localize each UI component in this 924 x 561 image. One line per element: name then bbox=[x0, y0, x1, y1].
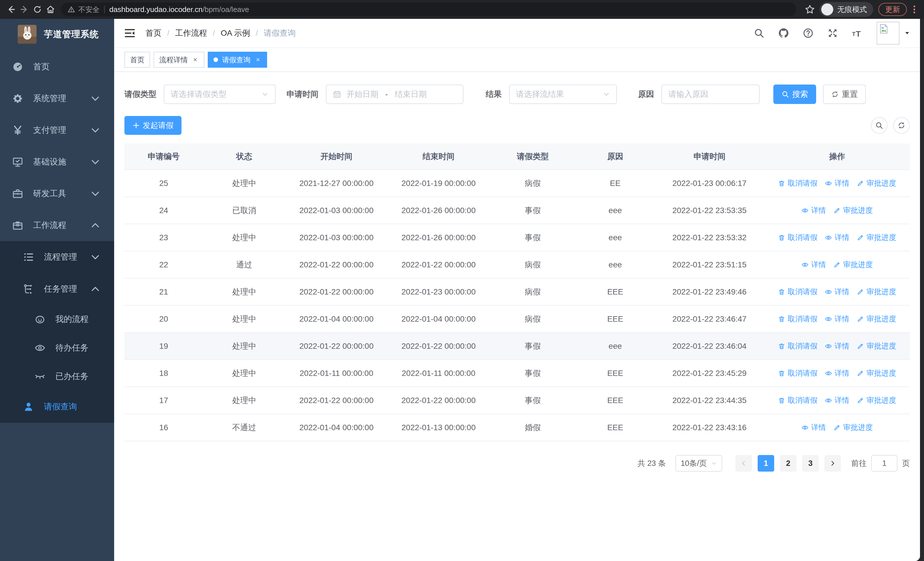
sidebar-item-process-management[interactable]: 流程管理 bbox=[0, 241, 114, 273]
cancel-leave-link[interactable]: 取消请假 bbox=[778, 287, 817, 297]
fullscreen-icon[interactable] bbox=[827, 27, 838, 39]
avatar[interactable] bbox=[877, 22, 900, 45]
font-size-icon[interactable]: TT bbox=[852, 27, 863, 39]
sidebar-item-leave-query[interactable]: 请假查询 bbox=[0, 391, 114, 423]
bookmark-star-icon[interactable] bbox=[804, 4, 816, 15]
tab-leave-query[interactable]: 请假查询× bbox=[208, 52, 267, 68]
cell-start: 2022-01-03 00:00:00 bbox=[285, 197, 387, 224]
prev-page-button[interactable] bbox=[735, 455, 752, 472]
breadcrumb-item[interactable]: 工作流程 bbox=[175, 28, 207, 39]
cell-status: 处理中 bbox=[203, 332, 285, 359]
sidebar-item-payment-management[interactable]: 支付管理 bbox=[0, 114, 114, 146]
reset-button[interactable]: 重置 bbox=[823, 84, 866, 104]
detail-link[interactable]: 详情 bbox=[801, 205, 826, 215]
cell-id: 21 bbox=[124, 278, 203, 305]
cancel-leave-link[interactable]: 取消请假 bbox=[778, 341, 817, 351]
sidebar-item-infrastructure[interactable]: 基础设施 bbox=[0, 146, 114, 177]
approval-progress-link[interactable]: 审批进度 bbox=[856, 341, 896, 351]
cancel-leave-link[interactable]: 取消请假 bbox=[778, 314, 817, 324]
detail-link[interactable]: 详情 bbox=[825, 178, 849, 188]
sidebar-item-system-management[interactable]: 系统管理 bbox=[0, 83, 114, 114]
chevron-down-icon bbox=[90, 188, 101, 199]
browser-home-button[interactable] bbox=[44, 3, 57, 16]
browser-menu-icon[interactable] bbox=[909, 4, 920, 15]
detail-link[interactable]: 详情 bbox=[825, 287, 849, 297]
page-button-2[interactable]: 2 bbox=[780, 455, 796, 472]
page-button-3[interactable]: 3 bbox=[802, 455, 819, 472]
table-row: 25处理中2021-12-27 00:00:002022-01-19 00:00… bbox=[124, 170, 910, 197]
sidebar-logo[interactable]: 芋道管理系统 bbox=[0, 19, 114, 50]
url-host: dashboard.yudao.iocoder.cn bbox=[109, 5, 202, 14]
approval-progress-link[interactable]: 审批进度 bbox=[856, 287, 896, 297]
cancel-leave-link[interactable]: 取消请假 bbox=[778, 233, 817, 242]
page-size-select[interactable]: 10条/页 bbox=[675, 455, 722, 472]
approval-progress-link[interactable]: 审批进度 bbox=[856, 233, 896, 242]
sidebar-item-label: 系统管理 bbox=[33, 93, 66, 104]
browser-reload-button[interactable] bbox=[31, 3, 44, 16]
help-icon[interactable] bbox=[802, 27, 814, 39]
detail-link[interactable]: 详情 bbox=[825, 396, 849, 405]
header-search-icon[interactable] bbox=[753, 27, 765, 39]
sidebar-item-workflow[interactable]: 工作流程 bbox=[0, 209, 114, 241]
toolbox-icon bbox=[12, 188, 23, 199]
breadcrumb-item[interactable]: 首页 bbox=[146, 28, 162, 39]
sidebar-item-todo-tasks[interactable]: 待办任务 bbox=[0, 334, 114, 362]
cancel-leave-link[interactable]: 取消请假 bbox=[778, 368, 817, 378]
approval-progress-link[interactable]: 审批进度 bbox=[856, 178, 896, 188]
browser-forward-button[interactable] bbox=[18, 3, 31, 16]
address-bar[interactable]: 不安全 dashboard.yudao.iocoder.cn /bpm/oa/l… bbox=[61, 3, 796, 16]
cell-start: 2022-01-22 00:00:00 bbox=[285, 332, 387, 359]
table-row: 16不通过2022-01-04 00:00:002022-01-13 00:00… bbox=[124, 414, 910, 441]
breadcrumb-item[interactable]: OA 示例 bbox=[221, 28, 250, 39]
approval-progress-link[interactable]: 审批进度 bbox=[856, 396, 896, 405]
page-button-1[interactable]: 1 bbox=[758, 455, 774, 472]
detail-link[interactable]: 详情 bbox=[825, 314, 849, 324]
toggle-search-button[interactable] bbox=[871, 117, 888, 134]
close-tab-icon[interactable]: × bbox=[255, 56, 261, 64]
sidebar-item-done-tasks[interactable]: 已办任务 bbox=[0, 362, 114, 391]
next-page-button[interactable] bbox=[824, 455, 841, 472]
apply-time-range-picker[interactable]: 开始日期 - 结束日期 bbox=[326, 84, 464, 104]
action-label: 审批进度 bbox=[866, 396, 896, 405]
detail-link[interactable]: 详情 bbox=[825, 341, 849, 351]
approval-progress-link[interactable]: 审批进度 bbox=[833, 423, 873, 432]
goto-page-input[interactable] bbox=[871, 455, 897, 472]
chevron-down-icon bbox=[90, 93, 101, 104]
result-select[interactable]: 请选择流结果 bbox=[509, 84, 617, 104]
detail-link[interactable]: 详情 bbox=[801, 423, 826, 432]
reason-input[interactable] bbox=[662, 84, 760, 104]
search-button[interactable]: 搜索 bbox=[773, 84, 816, 104]
cancel-leave-link[interactable]: 取消请假 bbox=[778, 396, 817, 405]
sidebar-item-home[interactable]: 首页 bbox=[0, 51, 114, 83]
detail-link[interactable]: 详情 bbox=[801, 260, 826, 270]
broken-image-icon bbox=[878, 23, 890, 35]
detail-link[interactable]: 详情 bbox=[825, 368, 849, 378]
cell-id: 24 bbox=[124, 197, 203, 224]
approval-progress-link[interactable]: 审批进度 bbox=[856, 368, 896, 378]
chevron-up-icon bbox=[90, 220, 101, 231]
user-menu-caret-icon[interactable] bbox=[904, 30, 910, 36]
refresh-table-button[interactable] bbox=[893, 117, 910, 134]
leave-type-select[interactable]: 请选择请假类型 bbox=[164, 84, 276, 104]
tab-home[interactable]: 首页 bbox=[124, 52, 150, 68]
sidebar-collapse-icon[interactable] bbox=[124, 27, 136, 39]
cancel-leave-link[interactable]: 取消请假 bbox=[778, 178, 817, 188]
browser-back-button[interactable] bbox=[4, 3, 18, 16]
sidebar-item-dev-tools[interactable]: 研发工具 bbox=[0, 177, 114, 209]
approval-progress-link[interactable]: 审批进度 bbox=[833, 260, 873, 270]
create-leave-button[interactable]: 发起请假 bbox=[124, 116, 182, 135]
sidebar-item-task-management[interactable]: 任务管理 bbox=[0, 273, 114, 305]
browser-update-button[interactable]: 更新 bbox=[878, 3, 907, 16]
detail-link[interactable]: 详情 bbox=[825, 233, 849, 242]
github-icon[interactable] bbox=[778, 27, 789, 39]
approval-progress-link[interactable]: 审批进度 bbox=[833, 205, 873, 215]
action-label: 取消请假 bbox=[788, 287, 817, 297]
cell-reason: eee bbox=[576, 332, 654, 359]
eye-icon bbox=[825, 180, 832, 187]
close-tab-icon[interactable]: × bbox=[192, 56, 199, 64]
action-label: 审批进度 bbox=[866, 287, 896, 297]
column-header: 状态 bbox=[203, 143, 285, 170]
sidebar-item-my-process[interactable]: 我的流程 bbox=[0, 305, 114, 334]
tab-process-detail[interactable]: 流程详情× bbox=[153, 52, 204, 68]
approval-progress-link[interactable]: 审批进度 bbox=[856, 314, 896, 324]
